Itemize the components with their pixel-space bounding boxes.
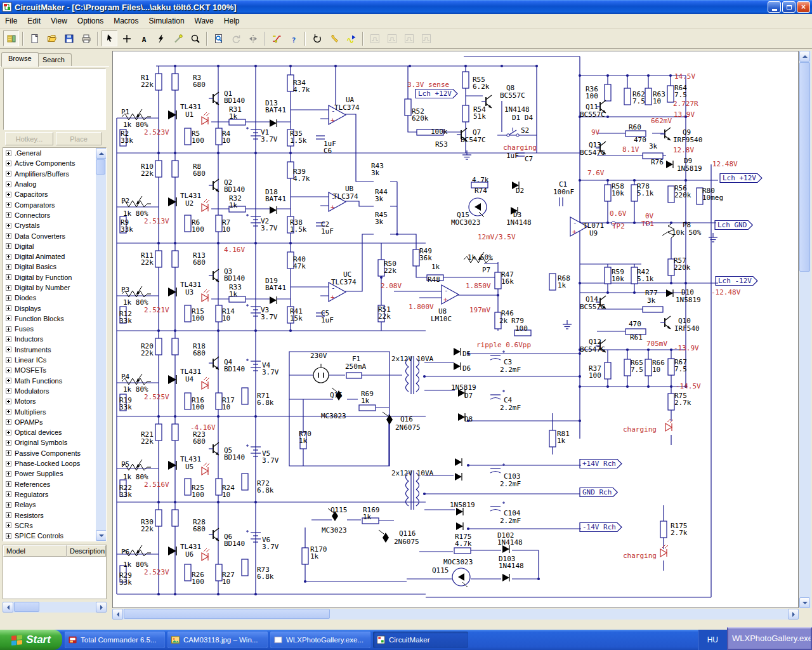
model-column-header[interactable]: Model [3,545,67,557]
tab-search[interactable]: Search [36,53,72,67]
expand-icon[interactable] [6,419,11,425]
sidebar-item-references[interactable]: References [3,479,106,489]
sidebar-item-data-converters[interactable]: Data Converters [3,230,106,241]
sidebar-item-passive-components[interactable]: Passive Components [3,448,106,458]
expand-icon[interactable] [6,223,11,229]
canvas-vscroll-thumb[interactable] [799,62,810,272]
sidebar-item-digital-by-number[interactable]: Digital by Number [3,282,106,293]
scroll-left-arrow[interactable] [3,602,13,613]
expand-icon[interactable] [6,254,11,260]
sidebar-item-relays[interactable]: Relays [3,500,106,510]
expand-icon[interactable] [6,192,11,197]
place-button[interactable]: Place [56,132,102,145]
expand-icon[interactable] [6,326,11,332]
component-category-tree[interactable]: .GeneralActive ComponentsAmplifiers/Buff… [3,147,107,541]
toolbar-button-scope-2[interactable] [384,30,400,46]
menu-item-edit[interactable]: Edit [22,15,46,27]
expand-icon[interactable] [6,378,11,383]
expand-icon[interactable] [6,491,11,497]
minimize-button[interactable] [768,1,781,13]
expand-icon[interactable] [6,295,11,301]
sidebar-item-regulators[interactable]: Regulators [3,489,106,500]
sidebar-item-motors[interactable]: Motors [3,396,106,406]
sidebar-item-connectors[interactable]: Connectors [3,210,106,220]
sidebar-item-instruments[interactable]: Instruments [3,345,106,355]
task-button-wlx[interactable]: WLXPhotoGallery.exe... [270,632,370,648]
expand-icon[interactable] [6,202,11,208]
task-button-circuitmaker[interactable]: CircuitMaker [373,632,468,648]
scroll-down-arrow[interactable] [799,597,810,608]
toolbar-button-scope-1[interactable] [367,30,383,46]
sidebar-item-general[interactable]: .General [3,148,106,158]
scroll-right-arrow[interactable] [788,609,799,620]
sidebar-item-active-components[interactable]: Active Components [3,158,106,168]
toolbar-button-wire-tool[interactable] [119,30,134,46]
toolbar-button-scope-4[interactable] [418,30,434,46]
toolbar-button-save-file[interactable] [61,30,77,46]
toolbar-button-new-file[interactable] [27,30,43,46]
expand-icon[interactable] [6,171,11,176]
sidebar-item-analog[interactable]: Analog [3,179,106,189]
expand-icon[interactable] [6,264,11,270]
sidebar-item-diodes[interactable]: Diodes [3,293,106,303]
sidebar-item-function-blocks[interactable]: Function Blocks [3,314,106,324]
expand-icon[interactable] [6,243,11,249]
expand-icon[interactable] [6,388,11,394]
expand-icon[interactable] [6,533,11,539]
expand-icon[interactable] [6,150,11,156]
menu-item-simulation[interactable]: Simulation [144,15,190,27]
toolbar-button-print[interactable] [78,30,94,46]
toolbar-button-zoom-tool[interactable] [187,30,203,46]
toolbar-button-reset[interactable] [309,30,325,46]
expand-icon[interactable] [6,315,11,321]
sidebar-horizontal-scrollbar[interactable] [3,602,107,613]
expand-icon[interactable] [6,440,11,446]
toolbar-button-simulation-probe[interactable] [343,30,359,46]
scroll-up-arrow[interactable] [96,148,107,159]
toolbar-button-preview[interactable] [211,30,226,46]
scroll-right-arrow[interactable] [96,602,107,613]
task-button-total-commander[interactable]: Total Commander 6.5... [65,632,165,648]
expand-icon[interactable] [6,161,11,166]
toolbar-button-scope-3[interactable] [401,30,417,46]
sidebar-item-modulators[interactable]: Modulators [3,386,106,396]
photogallery-window-fragment[interactable]: WLXPhotoGallery.exe [727,627,812,650]
sidebar-item-scrs[interactable]: SCRs [3,521,106,531]
schematic-canvas[interactable]: -+-+-+-+-+R122kR3680Q1BD140R311kD13BAT41… [112,51,799,608]
sidebar-item-digital[interactable]: Digital [3,241,106,251]
toolbar-button-rotate[interactable] [228,30,244,46]
expand-icon[interactable] [6,336,11,342]
title-bar[interactable]: CircuitMaker - [C:\Program Files\...\akk… [0,0,812,14]
tree-scrollbar[interactable] [96,148,106,541]
sidebar-item-mosfets[interactable]: MOSFETs [3,365,106,375]
scroll-left-arrow[interactable] [112,609,123,620]
hotkey-button[interactable]: Hotkey... [5,132,53,145]
description-column-header[interactable]: Description [67,545,106,557]
restore-button[interactable] [782,1,796,13]
expand-icon[interactable] [6,233,11,239]
tab-browse[interactable]: Browse [1,52,39,67]
sidebar-item-optical-devices[interactable]: Optical devices [3,427,106,437]
sidebar-item-spice-controls[interactable]: SPICE Controls [3,531,106,541]
toolbar-button-mirror[interactable] [245,30,261,46]
toolbar-button-options-wrench[interactable] [326,30,342,46]
sidebar-item-math-functions[interactable]: Math Functions [3,376,106,386]
menu-item-wave[interactable]: Wave [190,15,219,27]
toolbar-button-cursor-tool[interactable] [102,30,117,46]
expand-icon[interactable] [6,502,11,508]
toolbar-button-digital-switch[interactable] [268,30,284,46]
sidebar-item-amplifiers-buffers[interactable]: Amplifiers/Buffers [3,169,106,179]
tree-scroll-thumb[interactable] [96,159,105,175]
expand-icon[interactable] [6,347,11,352]
expand-icon[interactable] [6,471,11,477]
sidebar-scroll-thumb[interactable] [14,602,39,612]
menu-item-help[interactable]: Help [219,15,245,27]
expand-icon[interactable] [6,409,11,415]
expand-icon[interactable] [6,285,11,291]
sidebar-item-resistors[interactable]: Resistors [3,510,106,520]
canvas-hscroll-thumb[interactable] [124,609,330,619]
sidebar-item-displays[interactable]: Displays [3,303,106,313]
canvas-vertical-scrollbar[interactable] [799,51,811,608]
expand-icon[interactable] [6,368,11,373]
start-button[interactable]: Start [0,630,62,650]
